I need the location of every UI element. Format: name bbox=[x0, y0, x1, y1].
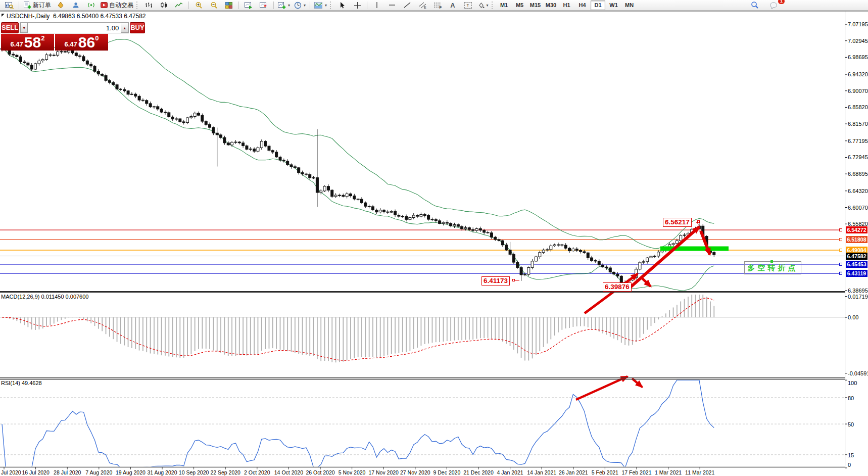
line-chart-mode-button[interactable] bbox=[171, 0, 186, 11]
chat-button[interactable]: 1 bbox=[766, 0, 782, 11]
sell-price-display[interactable]: 6.47 58 2 bbox=[1, 34, 54, 51]
crosshair-tool-button[interactable] bbox=[350, 0, 365, 11]
zoom-in-icon bbox=[195, 2, 203, 9]
svg-text:*: * bbox=[264, 3, 267, 9]
chevron-down-icon: ▾ bbox=[304, 3, 306, 8]
styler-button[interactable] bbox=[53, 0, 68, 11]
cursor-icon bbox=[339, 2, 346, 9]
shapes-dropdown[interactable]: ▾ bbox=[475, 0, 491, 11]
trendline-icon bbox=[404, 2, 411, 9]
volume-input[interactable] bbox=[28, 23, 121, 33]
toolbar-grip[interactable] bbox=[492, 2, 494, 9]
mt4-window: 新订单 自动交易 bbox=[0, 0, 868, 476]
periods-dropdown[interactable]: ▾ bbox=[292, 0, 308, 11]
zoom-in-button[interactable] bbox=[191, 0, 206, 11]
chevron-down-icon: ▾ bbox=[487, 3, 489, 8]
autotrade-icon bbox=[101, 2, 108, 9]
timeframe-m15[interactable]: M15 bbox=[528, 1, 543, 10]
timeframe-w1[interactable]: W1 bbox=[606, 1, 621, 10]
fibonacci-tool[interactable]: F bbox=[430, 0, 445, 11]
swing-high-price-label[interactable]: 6.56217 bbox=[663, 218, 692, 227]
strategy-tester-button[interactable] bbox=[241, 0, 256, 11]
zoom-out-button[interactable] bbox=[206, 0, 221, 11]
volume-decrease-button[interactable]: ▼ bbox=[20, 23, 28, 33]
timeframe-h1[interactable]: H1 bbox=[559, 1, 574, 10]
timeframe-m30[interactable]: M30 bbox=[544, 1, 558, 10]
chat-icon bbox=[769, 1, 779, 9]
toolbar-separator bbox=[238, 2, 239, 9]
objects-list-button[interactable]: * bbox=[256, 0, 271, 11]
channel-tool[interactable]: E bbox=[415, 0, 430, 11]
new-order-button[interactable]: 新订单 bbox=[21, 0, 53, 11]
chart-canvas[interactable] bbox=[0, 0, 868, 476]
horizontal-line-icon bbox=[389, 2, 396, 8]
buy-button[interactable]: BUY bbox=[130, 22, 144, 33]
gold-stamp-icon bbox=[57, 2, 64, 9]
bar-chart-icon bbox=[145, 2, 153, 9]
person-icon bbox=[72, 2, 79, 9]
toolbar-separator bbox=[188, 2, 189, 9]
timeframe-m1[interactable]: M1 bbox=[497, 1, 511, 10]
sell-button[interactable]: SELL bbox=[1, 22, 19, 33]
cursor-tool-button[interactable] bbox=[334, 0, 350, 11]
svg-text:F: F bbox=[439, 5, 442, 9]
timeframe-d1[interactable]: D1 bbox=[591, 1, 605, 10]
signals-button[interactable] bbox=[83, 0, 99, 11]
tile-windows-button[interactable] bbox=[221, 0, 236, 11]
new-chart-button[interactable] bbox=[2, 0, 17, 11]
vertical-line-icon bbox=[374, 2, 380, 9]
fibonacci-icon: F bbox=[433, 2, 442, 9]
vertical-line-tool[interactable] bbox=[369, 0, 384, 11]
one-click-toggle-icon[interactable] bbox=[2, 14, 5, 17]
channel-icon: E bbox=[418, 2, 427, 9]
text-label-tool[interactable]: T bbox=[460, 0, 475, 11]
text-icon: A bbox=[450, 2, 455, 9]
zoom-out-icon bbox=[210, 2, 218, 9]
toolbar-grip[interactable] bbox=[330, 2, 332, 9]
rsi-pane-label: RSI(14) 49.4628 bbox=[1, 380, 42, 386]
autotrade-label: 自动交易 bbox=[109, 1, 133, 10]
january-low-price-label[interactable]: 6.41173 bbox=[481, 276, 510, 285]
symbol-info: USDCNH-,Daily 6.49863 6.50400 6.47533 6.… bbox=[7, 13, 146, 20]
selection-handle[interactable] bbox=[770, 260, 773, 263]
tile-windows-icon bbox=[225, 2, 232, 9]
search-button[interactable] bbox=[747, 0, 762, 11]
sell-price-sup: 2 bbox=[41, 34, 44, 42]
timeframe-h4[interactable]: H4 bbox=[575, 1, 590, 10]
candle-chart-mode-button[interactable] bbox=[156, 0, 171, 11]
clock-icon bbox=[294, 2, 302, 9]
toolbar-separator bbox=[273, 2, 274, 9]
candlestick-icon bbox=[160, 2, 168, 9]
community-button[interactable] bbox=[68, 0, 83, 11]
sell-price-small: 6.47 bbox=[11, 40, 23, 48]
new-chart-icon bbox=[5, 2, 14, 9]
note-annotation[interactable]: 多空转折点 bbox=[744, 261, 801, 274]
bar-chart-mode-button[interactable] bbox=[141, 0, 156, 11]
crosshair-icon bbox=[354, 2, 361, 9]
template-dropdown[interactable]: ▾ bbox=[312, 0, 329, 11]
toolbar: 新订单 自动交易 bbox=[0, 0, 868, 11]
right-toolbar-group: 1 bbox=[747, 0, 782, 11]
sell-price-big: 58 bbox=[24, 35, 41, 50]
toolbar-grip[interactable] bbox=[136, 2, 139, 9]
trendline-tool[interactable] bbox=[400, 0, 415, 11]
new-order-label: 新订单 bbox=[33, 1, 51, 10]
february-low-price-label[interactable]: 6.39876 bbox=[603, 282, 632, 292]
timeframe-mn[interactable]: MN bbox=[622, 1, 637, 10]
timeframe-m5[interactable]: M5 bbox=[512, 1, 527, 10]
search-icon bbox=[751, 1, 759, 9]
add-indicator-dropdown[interactable]: ▾ bbox=[276, 0, 292, 11]
note-text: 多空转折点 bbox=[748, 263, 798, 272]
one-click-trading-panel: SELL ▼ ▲ BUY 6.47 58 2 6.47 86 0 bbox=[1, 22, 108, 51]
template-icon bbox=[314, 2, 323, 9]
volume-increase-button[interactable]: ▲ bbox=[121, 23, 128, 33]
text-tool[interactable]: A bbox=[445, 0, 460, 11]
chevron-down-icon: ▾ bbox=[288, 3, 290, 8]
shapes-icon bbox=[478, 2, 485, 9]
add-indicator-icon bbox=[278, 2, 286, 9]
horizontal-line-tool[interactable] bbox=[384, 0, 400, 11]
objects-icon: * bbox=[260, 2, 268, 9]
autotrade-button[interactable]: 自动交易 bbox=[99, 0, 135, 11]
volume-control: ▼ ▲ bbox=[20, 22, 129, 33]
buy-price-display[interactable]: 6.47 86 0 bbox=[55, 34, 108, 51]
